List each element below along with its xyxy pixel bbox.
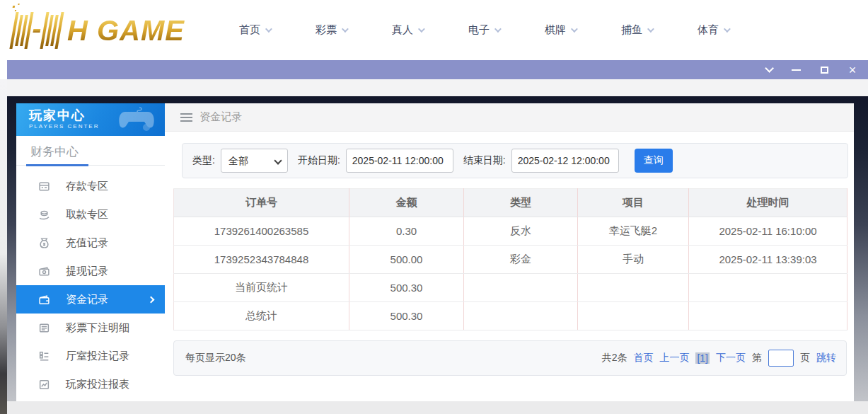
cell-order: 当前页统计 [174,274,349,302]
table-row-total-stats: 总统计 500.30 [174,302,847,330]
col-header-type: 类型 [464,189,578,217]
chevron-down-icon [647,25,654,33]
main-panel: 玩家中心 PLAYERS CENTER 财务中心 存款专区 [16,103,854,401]
nav-item-chess[interactable]: 棋牌 [545,23,576,37]
window-body-top-strip [7,79,868,96]
chevron-down-icon [724,25,731,33]
query-button[interactable]: 查询 [635,149,673,173]
sidebar-item-label: 提现记录 [66,265,108,278]
sidebar-item-withdraw[interactable]: 取款专区 [16,200,165,229]
menu-icon[interactable] [180,113,192,122]
cell-amount: 500.00 [349,246,464,274]
cell-type: 彩金 [464,246,578,274]
cell-type: 反水 [464,217,578,246]
col-header-time: 处理时间 [689,189,847,217]
window-minimize-button[interactable] [790,64,802,76]
maximize-icon [821,67,828,74]
sidebar-item-funds-record[interactable]: 资金记录 [16,285,165,314]
nav-item-sports[interactable]: 体育 [698,23,729,37]
sidebar-item-recharge-record[interactable]: 充值记录 [16,229,165,257]
logo-text: H GAME [67,15,185,47]
window-collapse-button[interactable] [762,64,773,76]
type-select-wrap: 全部 [221,149,288,173]
sidebar-section-title: 财务中心 [16,136,165,166]
cell-order: 总统计 [174,302,349,330]
window-body-bottom-strip [7,401,868,414]
recharge-record-icon [37,236,50,249]
site-header: H GAME 首页 彩票 真人 电子 棋牌 捕鱼 体育 [0,0,868,60]
cell-project: 幸运飞艇2 [578,217,689,246]
app-window: H GAME 首页 彩票 真人 电子 棋牌 捕鱼 体育 × 玩家中心 P [0,0,868,414]
current-page-badge: [1] [695,352,710,364]
end-date-label: 结束日期: [463,154,506,167]
main-nav: 首页 彩票 真人 电子 棋牌 捕鱼 体育 [239,0,729,60]
nav-label: 电子 [468,23,490,37]
jump-link[interactable]: 跳转 [816,352,836,364]
sidebar-item-label: 充值记录 [66,236,108,250]
cell-amount: 500.30 [349,302,464,330]
start-date-label: 开始日期: [298,154,340,167]
nav-item-live[interactable]: 真人 [392,23,423,37]
deposit-icon [37,180,50,192]
content-area: 资金记录 类型: 全部 开始日期: 结束日期: 查询 订单号 金额 [165,103,854,401]
cell-amount: 500.30 [349,274,464,302]
nav-label: 彩票 [316,23,337,37]
site-logo[interactable]: H GAME [13,7,185,54]
chevron-down-icon [342,25,349,33]
cell-order: 1739252343784848 [174,246,349,274]
close-icon: × [849,64,857,76]
page-title: 资金记录 [199,110,242,124]
cell-type [464,302,578,330]
nav-item-slots[interactable]: 电子 [468,23,499,37]
first-page-link[interactable]: 首页 [633,352,653,364]
sidebar-item-lottery-detail[interactable]: 彩票下注明细 [16,314,165,342]
col-header-amount: 金额 [349,189,464,217]
lottery-detail-icon [37,321,50,334]
left-gutter [0,79,7,414]
sidebar-item-label: 资金记录 [66,293,108,306]
gamepad-icon [118,106,155,132]
chevron-down-icon [494,25,502,33]
sidebar-item-withdrawal-record[interactable]: 提现记录 [16,257,165,285]
player-report-icon [37,378,50,391]
cell-time [689,274,847,302]
nav-item-lottery[interactable]: 彩票 [316,23,347,37]
jump-suffix: 页 [800,352,810,364]
nav-label: 真人 [392,23,413,37]
sidebar-item-label: 存款专区 [66,180,108,193]
hall-bet-record-icon [37,350,50,362]
window-maximize-button[interactable] [818,64,830,76]
prev-page-link[interactable]: 上一页 [659,352,689,364]
sidebar-item-label: 彩票下注明细 [66,321,129,335]
logo-striped-h-icon [9,12,66,49]
chevron-right-icon [148,296,155,303]
filter-bar: 类型: 全部 开始日期: 结束日期: 查询 [182,143,848,178]
start-date-input[interactable] [346,149,453,173]
table-header-row: 订单号 金额 类型 项目 处理时间 [174,189,847,217]
type-label: 类型: [192,154,215,167]
sidebar-item-player-report[interactable]: 玩家投注报表 [16,370,165,398]
nav-label: 捕鱼 [621,23,642,37]
sidebar-item-deposit[interactable]: 存款专区 [16,172,165,200]
nav-item-home[interactable]: 首页 [239,23,270,37]
sidebar-item-hall-bet-record[interactable]: 厅室投注记录 [16,342,165,370]
chevron-down-icon [571,25,578,33]
minimize-icon [792,69,801,71]
end-date-input[interactable] [511,149,619,173]
sidebar-item-label: 厅室投注记录 [66,350,129,363]
sidebar-item-label: 取款专区 [66,208,108,222]
next-page-link[interactable]: 下一页 [716,352,746,364]
table-row: 1739252343784848 500.00 彩金 手动 2025-02-11… [174,246,847,274]
nav-item-fishing[interactable]: 捕鱼 [621,23,652,37]
cell-project [578,302,689,330]
window-controls: × [762,60,858,79]
chevron-down-icon [765,64,774,73]
nav-label: 棋牌 [545,23,566,37]
window-close-button[interactable]: × [847,64,858,76]
nav-label: 首页 [239,23,260,37]
type-select[interactable]: 全部 [221,149,288,173]
pagination-controls: 共2条 首页 上一页 [1] 下一页 第 页 跳转 [602,350,836,367]
sidebar-header: 玩家中心 PLAYERS CENTER [16,103,165,136]
jump-page-input[interactable] [768,350,794,367]
cell-type [464,274,578,302]
